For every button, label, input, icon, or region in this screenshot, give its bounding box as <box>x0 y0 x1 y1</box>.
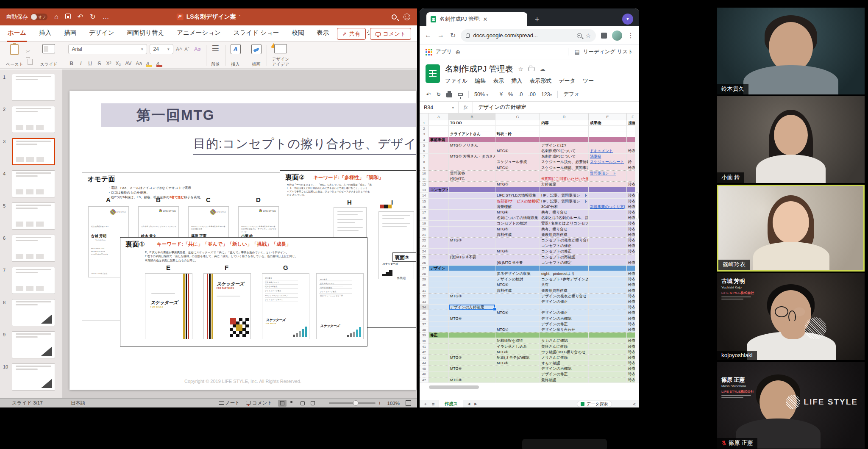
reading-view-button[interactable] <box>298 400 307 407</box>
collapse-icon[interactable]: < <box>633 402 636 407</box>
cell-C3[interactable]: 玲衣・鈴 <box>495 131 540 136</box>
sheet-row-45[interactable]: 45MTG⑥デザインの再確認玲衣・鈴 <box>420 366 639 371</box>
cell-A21[interactable] <box>429 232 449 237</box>
cell-D13[interactable] <box>540 187 589 192</box>
redo-icon[interactable]: ↻ <box>436 91 440 97</box>
sheet-row-25[interactable]: 25(仮)MTG ※不要コンセプトの再確認 <box>420 255 639 260</box>
cell-B33[interactable] <box>449 299 495 304</box>
cell-E23[interactable] <box>589 243 627 248</box>
sheet-row-38[interactable]: 38MTG⑦デザイン擦り合わせ玲衣・鈴 <box>420 327 639 333</box>
sheet-row-47[interactable]: 47MTG⑧最終確認玲衣・鈴 <box>420 377 639 383</box>
cell-B3[interactable]: クライアントさん <box>449 131 495 136</box>
cell-A28[interactable] <box>429 271 449 276</box>
cell-C29[interactable]: デザインの検討 <box>495 277 540 282</box>
ribbon-tab-8[interactable]: 校閲 <box>291 25 305 42</box>
cell-A20[interactable] <box>429 227 449 232</box>
bookmark-star-icon[interactable]: ☆ <box>585 32 591 39</box>
sheet-row-18[interactable]: 18名刺についての情報収集名刺とは?名刺のルール、決まり玲衣・鈴 <box>420 215 639 221</box>
cell-C11[interactable] <box>495 176 540 181</box>
cell-C35[interactable]: MTG⑥ <box>495 310 540 315</box>
paint-format-icon[interactable] <box>458 93 463 96</box>
star-icon[interactable]: ☆ <box>518 66 523 72</box>
ribbon-tab-4[interactable]: デザイン <box>88 25 115 42</box>
cell-D24[interactable]: コンセプトの修正 <box>540 249 589 254</box>
sheet-row-28[interactable]: 28参考デザインの収集eight、pinterestより玲衣・鈴 <box>420 271 639 277</box>
move-folder-icon[interactable] <box>529 67 534 71</box>
cell-B10[interactable]: 質問回答 <box>449 171 495 176</box>
cell-A3[interactable] <box>429 131 449 136</box>
cell-A13[interactable]: コンセプト <box>429 187 449 192</box>
cell-A42[interactable] <box>429 349 449 355</box>
cell-B30[interactable] <box>449 282 495 287</box>
cell-E2[interactable] <box>589 126 627 131</box>
sheet-row-33[interactable]: 33デザインの修正玲衣 <box>420 299 639 305</box>
cell-D46[interactable]: デザインの修正 <box>540 371 589 377</box>
format-currency-button[interactable]: ¥ <box>500 91 503 97</box>
cell-B6[interactable] <box>449 148 495 153</box>
cell-B20[interactable] <box>449 227 495 232</box>
cell-D8[interactable]: スケジュール決め、必要情報まと <box>540 159 589 164</box>
slide-thumbnail-9[interactable]: 9 <box>0 331 62 358</box>
sheet-row-31[interactable]: 31資料作成発表用資料作成玲衣・鈴 <box>420 288 639 294</box>
redo-icon[interactable]: ↻ <box>90 14 95 20</box>
format-button-U[interactable]: U <box>88 61 93 67</box>
cell-D43[interactable]: ノリさんに依頼 <box>540 355 589 360</box>
reading-list[interactable]: リーディング リスト <box>583 48 633 55</box>
cell-E24[interactable] <box>589 249 627 254</box>
sheet-row-34[interactable]: 34デザインの方針確定玲衣・鈴 <box>420 305 639 310</box>
tab-scroll-left-icon[interactable]: ◀ <box>467 402 470 406</box>
sheet-row-43[interactable]: 43MTG⑤配置(オモテ)の確認ノリさんに依頼玲衣・鈴 <box>420 355 639 360</box>
print-icon[interactable] <box>446 93 452 97</box>
column-header-F[interactable]: F <box>627 114 639 120</box>
font-size-select[interactable]: 24▾ <box>150 44 173 54</box>
cell-E29[interactable] <box>589 277 627 282</box>
cell-C33[interactable] <box>495 299 540 304</box>
menu-表示[interactable]: 表示 <box>493 77 504 85</box>
menu-挿入[interactable]: 挿入 <box>511 77 522 85</box>
cell-E9[interactable] <box>589 165 627 170</box>
format-percent-button[interactable]: % <box>508 91 513 97</box>
cell-D19[interactable]: 背景+名刺とはよりコンセプト検 <box>540 221 589 226</box>
cell-D44[interactable]: オモテ確認 <box>540 360 589 366</box>
cell-B43[interactable]: MTG⑤ <box>449 355 495 360</box>
cell-A45[interactable] <box>429 366 449 371</box>
ribbon-tab-2[interactable]: 挿入 <box>38 25 52 42</box>
column-header-A[interactable]: A <box>429 114 449 120</box>
cell-C17[interactable]: MTG④ <box>495 210 540 215</box>
cell-D14[interactable]: HP、記事、質問事項シート、ブ <box>540 193 589 198</box>
cell-A14[interactable] <box>429 193 449 198</box>
cell-A5[interactable] <box>429 143 449 148</box>
cell-D27[interactable] <box>540 266 589 271</box>
cell-B24[interactable] <box>449 249 495 254</box>
cell-C19[interactable]: コンセプトの検討 <box>495 221 540 226</box>
sheets-logo-icon[interactable] <box>426 64 440 83</box>
cell-E46[interactable] <box>589 371 627 377</box>
autosave-toggle[interactable]: オフ <box>31 14 47 20</box>
cell-C16[interactable]: 背景理解 <box>495 204 540 209</box>
cell-C24[interactable]: MTG⑥ <box>495 249 540 254</box>
sheet-row-24[interactable]: 24MTG⑥コンセプトの修正玲衣・鈴 <box>420 249 639 254</box>
cell-B44[interactable] <box>449 360 495 366</box>
normal-view-button[interactable] <box>278 400 287 407</box>
cell-B35[interactable] <box>449 310 495 315</box>
document-title[interactable]: LS名刺デザイン案 ˇ <box>177 13 241 21</box>
cell-E41[interactable] <box>589 344 627 349</box>
cell-E39[interactable] <box>589 333 627 338</box>
cell-B38[interactable] <box>449 327 495 332</box>
cell-D32[interactable]: デザインの発表と擦り合せ <box>540 294 589 299</box>
cell-E11[interactable] <box>589 176 627 181</box>
slide-thumbnail-panel[interactable]: 12345678910 <box>0 69 63 398</box>
cell-C36[interactable] <box>495 316 540 321</box>
cell-B9[interactable] <box>449 165 495 170</box>
horizontal-scrollbar[interactable] <box>429 385 479 389</box>
cell-D6[interactable]: 名刺作成PJについて <box>540 148 589 153</box>
cell-D23[interactable]: コンセプトの修正 <box>540 243 589 248</box>
sheet-row-4[interactable]: 4事前準備 <box>420 137 639 143</box>
column-header-B[interactable]: B <box>449 114 495 120</box>
cell-B18[interactable] <box>449 215 495 220</box>
cell-C39[interactable] <box>495 333 540 338</box>
cell-E35[interactable] <box>589 310 627 315</box>
cell-C41[interactable]: イラレ落とし込み <box>495 344 540 349</box>
cell-E12[interactable] <box>589 182 627 187</box>
cell-E5[interactable] <box>589 143 627 148</box>
